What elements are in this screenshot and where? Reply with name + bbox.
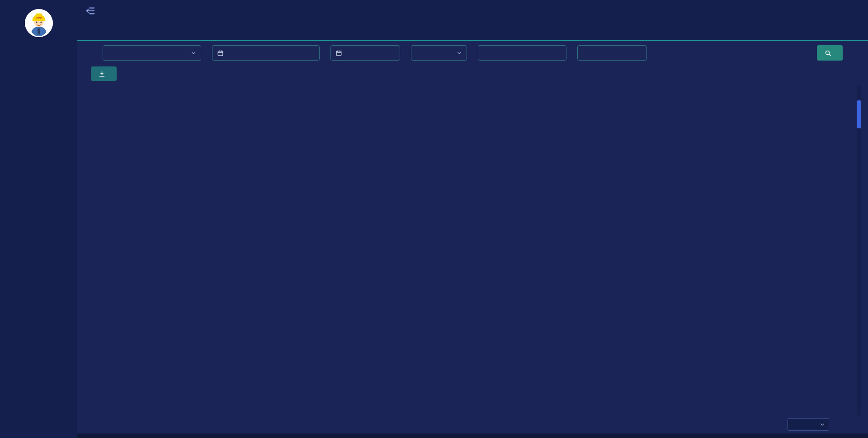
collapse-sidebar-icon[interactable] bbox=[85, 6, 95, 16]
start-date-input[interactable] bbox=[212, 45, 320, 61]
end-date-input[interactable] bbox=[330, 45, 400, 61]
page-size-select[interactable] bbox=[788, 418, 829, 431]
datacenter-select[interactable] bbox=[103, 45, 201, 61]
bottom-strip bbox=[77, 433, 868, 438]
chevron-down-icon bbox=[457, 50, 462, 56]
chevron-down-icon bbox=[191, 50, 196, 56]
query-button[interactable] bbox=[817, 45, 843, 61]
scrollbar-thumb[interactable] bbox=[857, 100, 861, 128]
main-area bbox=[77, 0, 868, 438]
meter-name-input[interactable] bbox=[483, 49, 561, 57]
avatar[interactable]: Acrel bbox=[25, 9, 53, 37]
param-name-input[interactable] bbox=[582, 49, 642, 57]
events-table-container bbox=[85, 85, 861, 415]
vertical-scrollbar[interactable] bbox=[857, 85, 861, 415]
open-tabs-bar bbox=[77, 22, 868, 41]
pagination-bar bbox=[85, 415, 861, 433]
toolbar-row bbox=[85, 63, 861, 85]
sidebar: Acrel bbox=[0, 0, 77, 438]
param-name-field bbox=[577, 45, 647, 61]
calendar-icon bbox=[217, 50, 224, 57]
meter-name-field bbox=[478, 45, 566, 61]
export-button[interactable] bbox=[91, 66, 117, 81]
chevron-down-icon bbox=[820, 422, 825, 427]
app-root: Acrel bbox=[0, 0, 868, 438]
user-profile: Acrel bbox=[0, 0, 77, 48]
content-panel bbox=[77, 41, 868, 438]
type-select[interactable] bbox=[411, 45, 467, 61]
svg-text:Acrel: Acrel bbox=[36, 17, 41, 19]
sidebar-menu bbox=[0, 52, 77, 438]
top-bar bbox=[77, 0, 868, 22]
calendar-icon bbox=[335, 50, 342, 57]
filter-bar bbox=[85, 41, 861, 63]
